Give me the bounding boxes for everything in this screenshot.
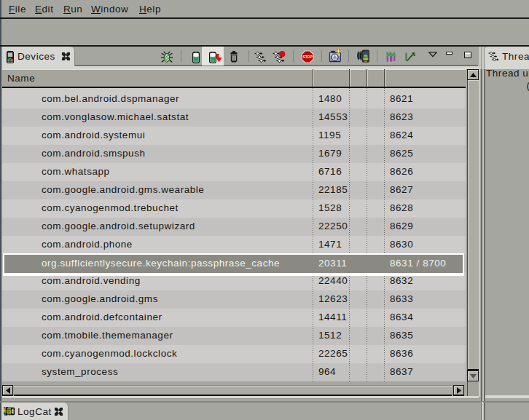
svg-text:STOP: STOP (302, 55, 313, 59)
